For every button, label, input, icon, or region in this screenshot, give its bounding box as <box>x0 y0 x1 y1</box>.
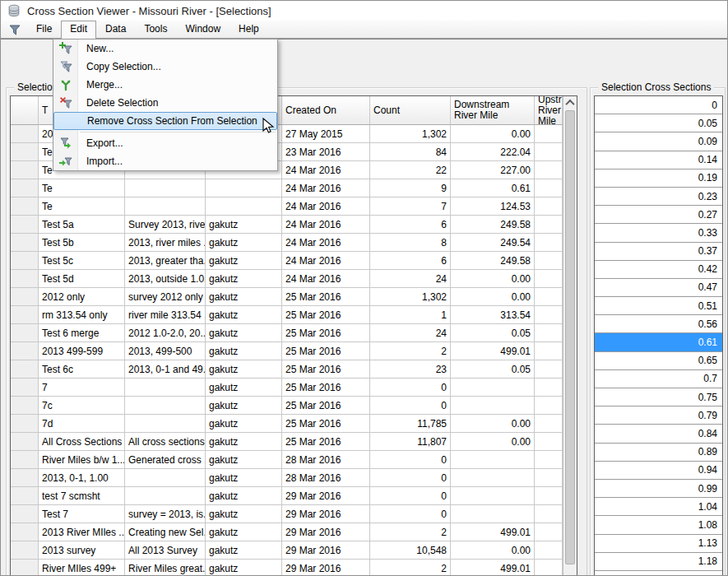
table-cell-created_on[interactable]: 25 Mar 2016 <box>282 415 370 433</box>
table-cell-downstream[interactable]: 0.00 <box>451 288 535 306</box>
table-cell-created_by[interactable]: gakutz <box>206 324 282 342</box>
row-header-cell[interactable] <box>11 451 39 469</box>
column-header-created_on[interactable]: Created On <box>282 96 370 125</box>
table-cell-created_by[interactable]: gakutz <box>206 415 282 433</box>
column-header-rowhdr[interactable] <box>11 96 39 125</box>
menubar-item-data[interactable]: Data <box>96 21 135 39</box>
table-cell-title[interactable]: 2013 River MIles ... <box>39 523 125 541</box>
cross-section-item[interactable]: 0.05 <box>595 114 722 132</box>
table-cell-upstream[interactable] <box>535 469 563 487</box>
table-cell-created_on[interactable]: 25 Mar 2016 <box>282 306 370 324</box>
table-cell-upstream[interactable] <box>535 324 563 342</box>
menu-item[interactable]: Copy Selection... <box>53 58 277 76</box>
column-header-upstream[interactable]: Upstream River Mile <box>535 96 563 125</box>
table-cell-downstream[interactable]: 0.00 <box>451 433 535 451</box>
row-header-cell[interactable] <box>11 487 39 505</box>
row-header-cell[interactable] <box>11 197 39 216</box>
table-cell-title[interactable]: River MIles 499+ <box>39 560 125 576</box>
cross-section-item[interactable]: 0.79 <box>595 406 722 425</box>
table-cell-description[interactable] <box>125 415 206 433</box>
row-header-cell[interactable] <box>11 433 39 451</box>
table-cell-created_on[interactable]: 25 Mar 2016 <box>282 324 370 342</box>
table-cell-created_on[interactable]: 24 Mar 2016 <box>282 252 370 270</box>
cross-section-item[interactable]: 0.23 <box>595 188 722 206</box>
table-cell-created_on[interactable]: 29 Mar 2016 <box>282 541 370 560</box>
cross-section-item[interactable]: 0.14 <box>595 151 722 170</box>
table-cell-count[interactable]: 0 <box>370 487 451 505</box>
cross-section-item[interactable]: 0.99 <box>595 480 722 498</box>
table-cell-count[interactable]: 6 <box>370 252 451 270</box>
table-cell-created_by[interactable]: gakutz <box>206 360 282 379</box>
table-cell-created_by[interactable]: gakutz <box>206 252 282 270</box>
table-cell-created_on[interactable]: 24 Mar 2016 <box>282 179 370 197</box>
menu-item[interactable]: Remove Cross Section From Selection <box>53 112 277 130</box>
cross-section-item[interactable]: 0.75 <box>595 388 722 406</box>
menu-item[interactable]: New... <box>53 39 277 58</box>
table-cell-downstream[interactable]: 499.01 <box>451 342 535 360</box>
table-cell-created_by[interactable]: gakutz <box>206 469 282 487</box>
table-cell-downstream[interactable] <box>451 397 535 415</box>
table-cell-created_on[interactable]: 29 Mar 2016 <box>282 487 370 505</box>
table-cell-created_on[interactable]: 25 Mar 2016 <box>282 360 370 379</box>
table-cell-count[interactable]: 22 <box>370 161 451 179</box>
table-cell-created_on[interactable]: 28 Mar 2016 <box>282 451 370 469</box>
table-cell-count[interactable]: 2 <box>370 560 451 576</box>
row-header-cell[interactable] <box>11 324 39 342</box>
row-header-cell[interactable] <box>11 161 39 179</box>
table-cell-title[interactable]: Test 6c <box>39 360 125 379</box>
table-cell-downstream[interactable]: 499.01 <box>451 560 535 576</box>
table-cell-created_by[interactable]: gakutz <box>206 505 282 523</box>
table-cell-created_by[interactable]: gakutz <box>206 342 282 360</box>
table-cell-created_by[interactable]: gakutz <box>206 234 282 252</box>
table-cell-title[interactable]: Test 6 merge <box>39 324 125 342</box>
table-cell-upstream[interactable] <box>535 197 563 216</box>
table-cell-description[interactable]: survey = 2013, is... <box>125 505 206 523</box>
table-cell-count[interactable]: 11,785 <box>370 415 451 433</box>
table-cell-title[interactable]: Test 5b <box>39 234 125 252</box>
table-cell-created_by[interactable]: gakutz <box>206 451 282 469</box>
table-cell-description[interactable] <box>125 179 206 197</box>
row-header-cell[interactable] <box>11 541 39 560</box>
table-cell-title[interactable]: 2012 only <box>39 288 125 306</box>
table-cell-title[interactable]: Te <box>39 197 125 216</box>
table-cell-downstream[interactable]: 313.54 <box>451 306 535 324</box>
menu-item[interactable]: Import... <box>53 152 277 170</box>
table-cell-upstream[interactable] <box>535 270 563 288</box>
menu-item[interactable]: Delete Selection <box>53 94 277 112</box>
table-cell-count[interactable]: 2 <box>370 342 451 360</box>
row-header-cell[interactable] <box>11 252 39 270</box>
table-cell-title[interactable]: Test 5a <box>39 216 125 234</box>
scroll-up-button[interactable] <box>563 96 577 109</box>
table-cell-downstream[interactable] <box>451 469 535 487</box>
cross-section-item[interactable]: 0.42 <box>595 261 722 279</box>
table-cell-created_by[interactable] <box>206 197 282 216</box>
cross-section-item[interactable]: 0.84 <box>595 425 722 443</box>
table-cell-downstream[interactable]: 249.58 <box>451 252 535 270</box>
table-cell-created_by[interactable]: gakutz <box>206 288 282 306</box>
table-cell-created_on[interactable]: 25 Mar 2016 <box>282 379 370 397</box>
table-cell-downstream[interactable]: 227.00 <box>451 161 535 179</box>
table-cell-downstream[interactable] <box>451 451 535 469</box>
table-cell-count[interactable]: 1,302 <box>370 288 451 306</box>
table-cell-description[interactable] <box>125 397 206 415</box>
cross-section-item[interactable]: 0.19 <box>595 170 722 188</box>
table-cell-upstream[interactable] <box>535 306 563 324</box>
row-header-cell[interactable] <box>11 560 39 576</box>
table-cell-upstream[interactable] <box>535 216 563 234</box>
table-cell-title[interactable]: test 7 scmsht <box>39 487 125 505</box>
table-cell-description[interactable]: Survey 2013, rive... <box>125 216 206 234</box>
table-cell-created_on[interactable]: 24 Mar 2016 <box>282 270 370 288</box>
row-header-cell[interactable] <box>11 270 39 288</box>
table-cell-description[interactable]: 2012 1.0-2.0, 20... <box>125 324 206 342</box>
table-cell-description[interactable] <box>125 487 206 505</box>
table-cell-downstream[interactable]: 0.00 <box>451 541 535 560</box>
table-cell-downstream[interactable]: 0.05 <box>451 360 535 379</box>
row-header-cell[interactable] <box>11 505 39 523</box>
table-cell-created_on[interactable]: 29 Mar 2016 <box>282 523 370 541</box>
table-cell-description[interactable]: 2013, greater tha... <box>125 252 206 270</box>
table-cell-downstream[interactable]: 249.54 <box>451 234 535 252</box>
cross-section-item[interactable]: 1.18 <box>595 553 722 571</box>
table-cell-upstream[interactable] <box>535 541 563 560</box>
table-cell-upstream[interactable] <box>535 451 563 469</box>
table-cell-created_by[interactable]: gakutz <box>206 433 282 451</box>
